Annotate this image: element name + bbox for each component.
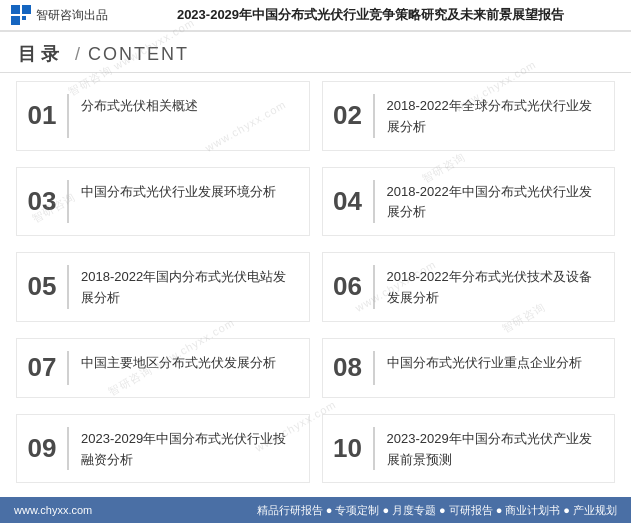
footer-dot: ●	[439, 504, 446, 516]
list-item: 08 中国分布式光伏行业重点企业分析	[322, 338, 616, 398]
svg-rect-3	[22, 16, 26, 20]
item-number: 08	[323, 351, 375, 385]
footer-tag: 精品行研报告	[257, 503, 323, 518]
content-heading: 目 录 / CONTENT	[0, 32, 631, 73]
item-number: 01	[17, 94, 69, 138]
footer-tag: 可研报告	[449, 503, 493, 518]
item-number: 10	[323, 427, 375, 471]
item-number: 09	[17, 427, 69, 471]
list-item: 05 2018-2022年国内分布式光伏电站发展分析	[16, 252, 310, 322]
item-number: 04	[323, 180, 375, 224]
logo: 智研咨询出品	[10, 4, 120, 26]
item-text: 2018-2022年中国分布式光伏行业发展分析	[387, 180, 605, 224]
list-item: 10 2023-2029年中国分布式光伏产业发展前景预测	[322, 414, 616, 484]
footer-tag: 专项定制	[335, 503, 379, 518]
footer-tag: 月度专题	[392, 503, 436, 518]
content-heading-icon: 目 录	[18, 42, 59, 66]
footer-dot: ●	[563, 504, 570, 516]
header-title: 2023-2029年中国分布式光伏行业竞争策略研究及未来前景展望报告	[120, 6, 621, 24]
header: 智研咨询出品 2023-2029年中国分布式光伏行业竞争策略研究及未来前景展望报…	[0, 0, 631, 32]
list-item: 07 中国主要地区分布式光伏发展分析	[16, 338, 310, 398]
item-number: 02	[323, 94, 375, 138]
footer-dot: ●	[496, 504, 503, 516]
item-text: 中国分布式光伏行业发展环境分析	[81, 180, 299, 203]
list-item: 02 2018-2022年全球分布式光伏行业发展分析	[322, 81, 616, 151]
content-heading-separator: /	[75, 44, 80, 65]
footer-tag: 商业计划书	[505, 503, 560, 518]
svg-rect-2	[11, 16, 20, 25]
item-text: 2023-2029年中国分布式光伏行业投融资分析	[81, 427, 299, 471]
item-number: 06	[323, 265, 375, 309]
list-item: 09 2023-2029年中国分布式光伏行业投融资分析	[16, 414, 310, 484]
item-number: 05	[17, 265, 69, 309]
list-item: 06 2018-2022年分布式光伏技术及设备发展分析	[322, 252, 616, 322]
items-grid: 01 分布式光伏相关概述 02 2018-2022年全球分布式光伏行业发展分析 …	[10, 73, 621, 523]
footer-url: www.chyxx.com	[14, 504, 92, 516]
svg-rect-0	[11, 5, 20, 14]
item-text: 2018-2022年分布式光伏技术及设备发展分析	[387, 265, 605, 309]
footer-dot: ●	[382, 504, 389, 516]
list-item: 04 2018-2022年中国分布式光伏行业发展分析	[322, 167, 616, 237]
footer-tags: 精品行研报告●专项定制●月度专题●可研报告●商业计划书●产业规划	[257, 503, 617, 518]
item-number: 07	[17, 351, 69, 385]
footer-dot: ●	[326, 504, 333, 516]
svg-rect-1	[22, 5, 31, 14]
footer: www.chyxx.com 精品行研报告●专项定制●月度专题●可研报告●商业计划…	[0, 497, 631, 523]
item-text: 中国主要地区分布式光伏发展分析	[81, 351, 299, 374]
list-item: 03 中国分布式光伏行业发展环境分析	[16, 167, 310, 237]
item-text: 分布式光伏相关概述	[81, 94, 299, 117]
item-text: 中国分布式光伏行业重点企业分析	[387, 351, 605, 374]
item-text: 2018-2022年国内分布式光伏电站发展分析	[81, 265, 299, 309]
logo-icon	[10, 4, 32, 26]
item-number: 03	[17, 180, 69, 224]
logo-text: 智研咨询出品	[36, 7, 108, 24]
item-text: 2018-2022年全球分布式光伏行业发展分析	[387, 94, 605, 138]
content-heading-label: CONTENT	[88, 44, 189, 65]
item-text: 2023-2029年中国分布式光伏产业发展前景预测	[387, 427, 605, 471]
list-item: 01 分布式光伏相关概述	[16, 81, 310, 151]
footer-tag: 产业规划	[573, 503, 617, 518]
